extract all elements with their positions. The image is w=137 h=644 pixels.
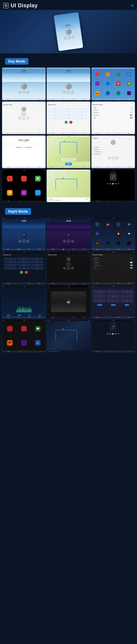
night-cp-prev[interactable]: ⏮ [110,333,111,335]
night-app-4[interactable]: ⚙️ [127,222,131,226]
day-play-2[interactable]: ⏸ [67,90,70,94]
key-1[interactable]: 1 [49,108,62,110]
next-btn[interactable]: ⏭ [72,36,75,38]
local-prev[interactable]: ⏮ [108,157,110,159]
bt-next[interactable]: ⏭ [27,117,29,119]
night-call-accept[interactable]: 📞 [20,271,23,274]
app-weather[interactable]: 🌤 [106,91,110,95]
night-call-reject[interactable]: 📞 [25,271,28,274]
wave-btn-4[interactable]: VOL [38,314,41,316]
day-next-2[interactable]: ⏭ [71,91,74,94]
play-btn[interactable]: ⏸ [68,36,71,40]
night-nav-btn-1[interactable]: ZOOM+ [97,304,102,306]
carplay-phone-icon[interactable]: 📞 [7,176,12,182]
nav-arrow-7[interactable]: ↓ [106,299,120,303]
app-more[interactable]: ••• [127,91,131,95]
night-nav-btn-2[interactable]: ZOOM- [111,304,116,306]
carplay-music-icon[interactable]: 🎵 [21,176,27,182]
app-settings-1[interactable]: ⚙️ [127,72,131,76]
night-key-1[interactable]: 1 [4,258,17,260]
night-app-8[interactable]: 💬 [127,232,131,236]
night-auto-answer-toggle[interactable] [130,262,133,263]
night-key-5[interactable]: 5 [18,261,30,263]
night-key-star[interactable]: * [4,267,17,270]
night-key-hash[interactable]: # [31,267,44,270]
menu-icon[interactable] [130,5,134,6]
night-prev-2[interactable]: ⏮ [63,240,66,242]
auto-answer-toggle[interactable] [130,112,133,113]
carplay-msg-icon[interactable]: 💬 [35,176,41,182]
night-key-6[interactable]: 6 [31,261,44,263]
cp-play[interactable]: ▶ [112,182,114,185]
app-bt[interactable]: 🔵 [95,82,99,86]
cp-repeat[interactable]: ↻ [118,183,119,185]
key-3[interactable]: 3 [76,108,88,110]
cp-prev[interactable]: ⏮ [110,183,111,185]
night-key-9[interactable]: 9 [31,264,44,266]
day-play-1[interactable]: ⏸ [22,90,26,94]
list-item-4[interactable]: 华汉_双显示屏.mp3 [92,153,135,155]
day-next-1[interactable]: ⏭ [27,91,29,94]
night-cp-repeat[interactable]: ↻ [118,333,119,335]
night-app-1[interactable]: 🎵 [95,222,99,226]
night-bt-play[interactable]: ⏸ [67,266,70,270]
wave-btn-1[interactable]: MUSIC [6,314,10,316]
night-bt-prev[interactable]: ⏮ [63,267,66,270]
local-next[interactable]: ⏭ [116,157,118,159]
google-search-btn[interactable]: Google Search [15,146,23,148]
prev-btn[interactable]: ⏮ [64,37,67,40]
night-cp-siri[interactable]: 🔊 [35,340,41,346]
nav-arrow-3[interactable]: ↗ [120,290,134,294]
bt-play[interactable]: ⏸ [22,116,26,120]
list-item-3[interactable]: 华汉_我想和你.mp3 [92,151,135,153]
night-power-toggle[interactable] [130,267,133,268]
night-cp-maps[interactable]: 🗺 [7,340,12,346]
night-play-2[interactable]: ⏸ [67,240,70,243]
app-phone[interactable]: 📞 [116,72,120,76]
night-cp-phone[interactable]: 📞 [7,326,12,332]
google-search-bar[interactable]: 🔍 [4,143,44,145]
feeling-lucky-btn[interactable]: I'm Feeling Lucky [24,146,33,148]
night-cp-msg[interactable]: 💬 [35,326,41,332]
app-eq[interactable]: 🎚 [116,91,120,95]
night-app-2[interactable]: 📻 [106,222,110,226]
night-key-3[interactable]: 3 [31,258,44,260]
key-8[interactable]: 8 [62,114,75,116]
key-2[interactable]: 2 [62,108,75,110]
nav-arrow-6[interactable]: ↙ [93,299,106,303]
app-radio[interactable]: 📻 [106,72,110,76]
nav-arrow-8[interactable]: ↘ [120,299,134,303]
carplay-siri-icon[interactable]: 🔊 [35,190,41,196]
app-maps[interactable]: 🗺 [106,82,110,86]
night-next-2[interactable]: ⏭ [71,240,74,242]
nav-arrow-4[interactable]: ← [93,294,106,298]
day-prev-1[interactable]: ⏮ [18,91,21,94]
night-play-1[interactable]: ⏸ [22,240,26,243]
cp-next[interactable]: ⏭ [115,183,117,185]
night-cp-music[interactable]: 🎵 [21,326,27,332]
app-camera[interactable]: 📷 [95,91,99,95]
list-item-2[interactable]: 华汉_我们.mp3 [92,148,135,151]
key-4[interactable]: 4 [49,111,62,113]
night-app-9[interactable]: 📷 [95,241,99,245]
nav-center[interactable]: ● [106,294,120,298]
night-app-3[interactable]: 📞 [116,222,120,226]
local-play[interactable]: ⏸ [112,156,115,160]
key-star[interactable]: * [49,117,62,119]
key-7[interactable]: 7 [49,114,62,116]
night-prev-1[interactable]: ⏮ [18,240,21,242]
night-key-0[interactable]: 0 [18,267,30,270]
key-5[interactable]: 5 [62,111,75,113]
night-key-8[interactable]: 8 [18,264,30,266]
cp-shuffle[interactable]: ⇄ [107,183,108,185]
day-prev-2[interactable]: ⏮ [63,91,66,94]
night-auto-connect-toggle[interactable] [130,264,133,266]
night-key-4[interactable]: 4 [4,261,17,263]
night-cp-podcast[interactable]: 🎙 [21,340,27,346]
nav-arrow-2[interactable]: ↑ [106,290,120,294]
call-reject[interactable]: 📞 [69,121,72,124]
night-app-11[interactable]: 🎚 [116,241,120,245]
bt-prev[interactable]: ⏮ [18,117,21,119]
night-cp-shuffle[interactable]: ⇄ [107,333,108,335]
night-cp-next[interactable]: ⏭ [115,333,117,335]
